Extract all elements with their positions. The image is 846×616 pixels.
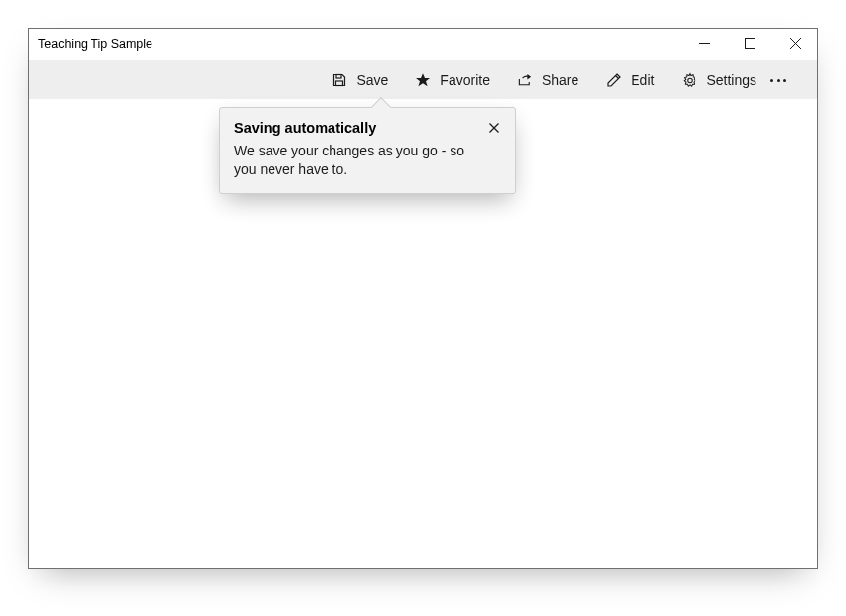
settings-label: Settings: [706, 72, 756, 88]
window-controls: [682, 29, 817, 60]
window-title: Teaching Tip Sample: [38, 37, 152, 51]
svg-rect-1: [745, 38, 755, 48]
star-icon: [415, 72, 431, 88]
maximize-button[interactable]: [727, 29, 772, 60]
teaching-tip-close-button[interactable]: [484, 118, 504, 138]
share-icon: [517, 72, 533, 88]
save-icon: [332, 72, 347, 88]
title-bar: Teaching Tip Sample: [29, 29, 817, 60]
share-button[interactable]: Share: [504, 60, 592, 99]
svg-marker-6: [416, 73, 430, 86]
teaching-tip-body: We save your changes as you go - so you …: [234, 142, 490, 179]
svg-rect-5: [336, 81, 343, 86]
save-button[interactable]: Save: [318, 60, 401, 99]
teaching-tip: Saving automatically We save your change…: [219, 107, 516, 194]
edit-icon: [606, 72, 622, 88]
edit-button[interactable]: Edit: [592, 60, 668, 99]
settings-button[interactable]: Settings: [668, 60, 770, 99]
more-icon: [770, 79, 786, 82]
close-icon: [489, 121, 499, 136]
close-window-button[interactable]: [772, 29, 817, 60]
favorite-label: Favorite: [440, 72, 490, 88]
gear-icon: [682, 72, 697, 88]
maximize-icon: [745, 37, 755, 52]
edit-label: Edit: [631, 72, 654, 88]
close-icon: [790, 37, 801, 52]
command-bar: Save Favorite Share: [29, 60, 817, 99]
svg-line-7: [616, 76, 619, 79]
favorite-button[interactable]: Favorite: [401, 60, 504, 99]
app-window: Teaching Tip Sample: [28, 28, 818, 569]
share-label: Share: [542, 72, 578, 88]
save-label: Save: [356, 72, 388, 88]
svg-point-8: [688, 78, 693, 83]
more-button[interactable]: [770, 60, 814, 99]
teaching-tip-header: Saving automatically: [234, 120, 502, 138]
teaching-tip-title: Saving automatically: [234, 120, 376, 136]
minimize-button[interactable]: [682, 29, 727, 60]
minimize-icon: [699, 37, 710, 52]
svg-rect-4: [336, 75, 341, 79]
